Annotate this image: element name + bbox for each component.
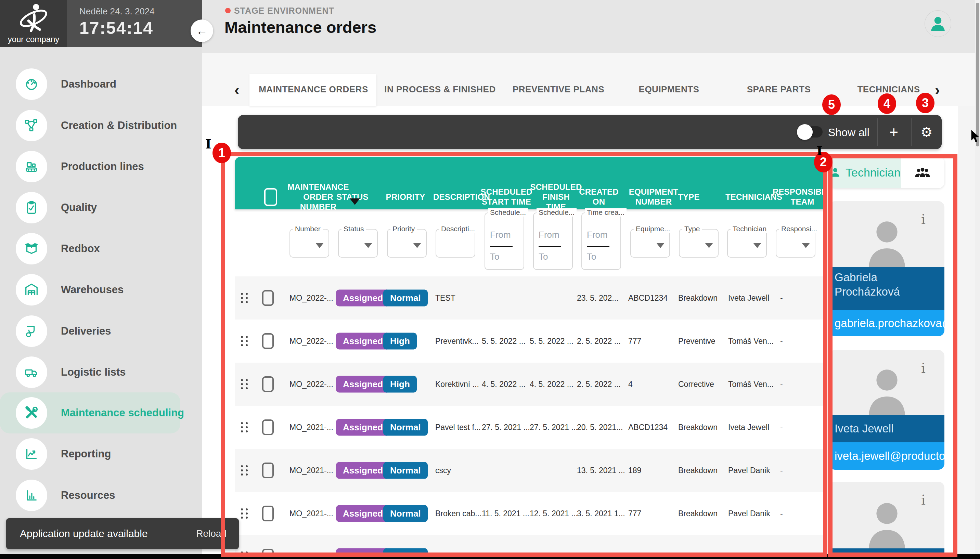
- equipment-number: 189: [628, 466, 641, 475]
- info-icon[interactable]: i: [921, 212, 925, 227]
- priority-badge: High: [383, 376, 417, 393]
- table-row[interactable]: MO_2022-... Assigned High Korektivní ...…: [235, 363, 825, 406]
- scheduled-start: 4. 5. 2022 ...: [482, 380, 526, 389]
- technicians: Iveta Jewell: [728, 294, 769, 303]
- user-avatar-button[interactable]: [925, 10, 951, 37]
- tabs-scroll-right-icon[interactable]: ›: [935, 81, 940, 99]
- filter-scheduled-finish[interactable]: Schedule...FromTo: [533, 212, 573, 270]
- column-header-created-on[interactable]: CREATED ON: [579, 187, 619, 207]
- dropdown-arrow-icon: [705, 243, 713, 248]
- filter-equipment[interactable]: Equipme...: [630, 229, 670, 258]
- drag-handle[interactable]: [241, 508, 250, 519]
- filter-from-placeholder[interactable]: From: [587, 230, 608, 240]
- sidebar-item-redbox[interactable]: Redbox: [0, 233, 202, 265]
- filter-from-placeholder[interactable]: From: [539, 230, 560, 240]
- order-type: Preventive: [678, 337, 715, 346]
- drag-handle[interactable]: [241, 422, 250, 432]
- tab-preventive-plans[interactable]: PREVENTIVE PLANS: [513, 84, 604, 95]
- filter-description[interactable]: Descripti...: [435, 229, 475, 258]
- row-checkbox[interactable]: [262, 290, 274, 306]
- column-header-priority[interactable]: PRIORITY: [386, 192, 425, 202]
- back-button[interactable]: ←: [190, 20, 213, 42]
- tab-equipments[interactable]: EQUIPMENTS: [639, 84, 699, 95]
- row-checkbox[interactable]: [262, 376, 274, 392]
- row-checkbox[interactable]: [262, 333, 274, 349]
- table-row[interactable]: MO_2021-... Assigned Normal Pavel test f…: [235, 406, 825, 449]
- filter-type[interactable]: Type: [679, 229, 718, 258]
- filter-scheduled-start[interactable]: Schedule...FromTo: [485, 212, 524, 270]
- filter-responsible-team[interactable]: Responsi...: [776, 229, 815, 258]
- drag-handle[interactable]: [241, 336, 250, 346]
- drag-handle[interactable]: [241, 293, 250, 303]
- info-icon[interactable]: i: [921, 492, 925, 508]
- column-header-scheduled-finish[interactable]: SCHEDULED FINISH TIME: [530, 182, 582, 212]
- created-on: 2. 5. 2022 ...: [577, 380, 621, 389]
- sidebar-item-logistic-lists[interactable]: Logistic lists: [0, 356, 202, 388]
- sidebar-item-label: Resources: [61, 489, 115, 501]
- equipment-number: 4: [628, 380, 633, 389]
- filter-number[interactable]: Number: [290, 229, 329, 258]
- filter-label: Number: [293, 225, 323, 233]
- tab-spare-parts[interactable]: SPARE PARTS: [747, 84, 811, 95]
- reload-button[interactable]: Reload: [196, 528, 227, 539]
- person-icon: [829, 166, 841, 179]
- filter-label: Descripti...: [439, 225, 477, 233]
- gear-icon: ⚙: [920, 124, 933, 140]
- sidebar-item-quality[interactable]: Quality: [0, 192, 202, 223]
- filter-divider: [490, 246, 513, 247]
- info-icon[interactable]: i: [921, 360, 925, 376]
- sidebar-item-creation-distribution[interactable]: Creation & Distribution: [0, 110, 202, 141]
- drag-handle[interactable]: [241, 379, 250, 389]
- filter-to-placeholder[interactable]: To: [587, 251, 596, 262]
- sidebar-item-production-lines[interactable]: Production lines: [0, 151, 202, 182]
- add-order-button[interactable]: +: [880, 121, 907, 144]
- redbox-icon: [16, 233, 47, 265]
- table-row[interactable]: MO_2021-... Assigned Normal cscy 13. 5. …: [235, 449, 825, 492]
- panel-tabs: Technician: [829, 157, 944, 188]
- column-header-equipment-number[interactable]: EQUIPMENT NUMBER: [629, 187, 678, 207]
- sidebar-item-label: Logistic lists: [61, 366, 126, 379]
- filter-technician[interactable]: Technician: [727, 229, 767, 258]
- table-row[interactable]: MO_2022-... Assigned Normal TEST 23. 5. …: [235, 276, 825, 319]
- avatar-silhouette-icon: [859, 215, 914, 267]
- responsible-team: -: [780, 466, 783, 475]
- filter-priority[interactable]: Priority: [387, 229, 427, 258]
- sidebar-item-maintenance-scheduling[interactable]: Maintenance scheduling: [0, 397, 202, 429]
- row-checkbox[interactable]: [262, 506, 274, 521]
- filter-status[interactable]: Status: [338, 229, 378, 258]
- filter-to-placeholder[interactable]: To: [490, 251, 499, 262]
- panel-tab-teams[interactable]: [901, 157, 944, 188]
- sidebar-item-warehouses[interactable]: Warehouses: [0, 274, 202, 306]
- dropdown-arrow-icon: [802, 243, 810, 248]
- sidebar-item-resources[interactable]: Resources: [0, 480, 202, 511]
- technician-card-avatar[interactable]: [829, 201, 944, 267]
- filter-to-placeholder[interactable]: To: [539, 251, 548, 262]
- tab-maintenance-orders[interactable]: MAINTENANCE ORDERS: [259, 84, 368, 95]
- technician-card-avatar[interactable]: [829, 482, 944, 548]
- order-number: MO_2022-...: [290, 294, 333, 303]
- show-all-toggle-knob[interactable]: [797, 124, 813, 140]
- tabs-scroll-left-icon[interactable]: ‹: [234, 81, 240, 99]
- select-all-checkbox[interactable]: [264, 188, 277, 206]
- scrollbar-thumb[interactable]: [976, 3, 979, 146]
- panel-tab-technician[interactable]: Technician: [829, 157, 901, 188]
- technician-card-avatar[interactable]: [829, 350, 944, 415]
- column-header-type[interactable]: TYPE: [678, 192, 699, 202]
- sidebar-item-reporting[interactable]: Reporting: [0, 438, 202, 470]
- filter-from-placeholder[interactable]: From: [490, 230, 511, 240]
- column-header-responsible-team[interactable]: RESPONSIBLE TEAM: [773, 187, 832, 207]
- sidebar-item-deliveries[interactable]: Deliveries: [0, 316, 202, 347]
- tab-in-process-finished[interactable]: IN PROCESS & FINISHED: [384, 84, 495, 95]
- settings-button[interactable]: ⚙: [913, 121, 940, 144]
- priority-badge: Normal: [383, 462, 428, 479]
- dropdown-arrow-icon: [656, 243, 664, 248]
- sidebar-item-dashboard[interactable]: Dashboard: [0, 68, 202, 100]
- filter-time-created[interactable]: Time crea...FromTo: [581, 212, 621, 270]
- column-header-scheduled-start[interactable]: SCHEDULED START TIME: [480, 187, 532, 207]
- row-checkbox[interactable]: [262, 463, 274, 478]
- drag-handle[interactable]: [241, 465, 250, 476]
- table-row[interactable]: MO_2021-... Assigned Normal Broken cab..…: [235, 492, 825, 535]
- row-checkbox[interactable]: [262, 419, 274, 435]
- tab-technicians[interactable]: TECHNICIANS: [857, 84, 920, 95]
- table-row[interactable]: MO_2022-... Assigned High Preventivk... …: [235, 319, 825, 363]
